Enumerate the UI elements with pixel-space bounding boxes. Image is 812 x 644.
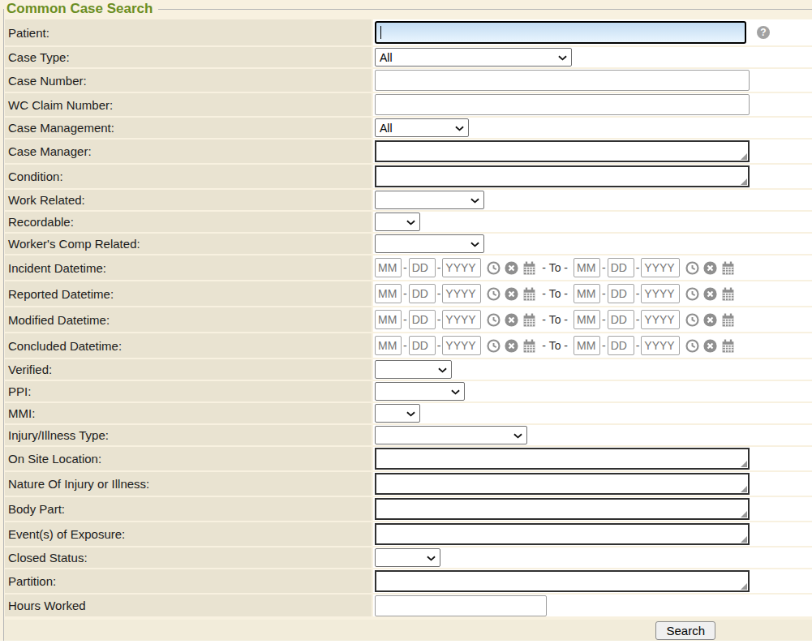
calendar-icon[interactable] — [522, 313, 536, 327]
clock-icon[interactable] — [685, 287, 699, 301]
row-reported-datetime: Reported Datetime: - - - To - - - — [5, 281, 812, 306]
case-type-select[interactable]: All — [375, 48, 572, 67]
common-case-search-panel: Common Case Search Patient: ? Case Type:… — [0, 0, 812, 641]
date-separator: - — [602, 287, 606, 300]
chevron-down-icon — [427, 556, 436, 561]
calendar-icon[interactable] — [522, 261, 536, 275]
calendar-icon[interactable] — [721, 287, 735, 301]
clear-icon[interactable] — [703, 287, 717, 301]
incident-to-month-input[interactable] — [574, 258, 600, 277]
concluded-from-day-input[interactable] — [409, 336, 436, 355]
label-case-type: Case Type: — [5, 47, 372, 67]
modified-from-month-input[interactable] — [375, 310, 402, 329]
concluded-from-year-input[interactable] — [442, 336, 481, 355]
clock-icon[interactable] — [487, 287, 501, 301]
chevron-down-icon — [455, 126, 464, 131]
date-range-to-label: - To - — [542, 313, 568, 326]
concluded-from-month-input[interactable] — [375, 336, 402, 355]
clock-icon[interactable] — [487, 261, 501, 275]
fieldset-legend: Common Case Search — [0, 0, 812, 19]
incident-to-day-input[interactable] — [608, 258, 634, 277]
verified-select[interactable] — [375, 360, 452, 379]
concluded-to-month-input[interactable] — [574, 336, 600, 355]
events-of-exposure-textarea[interactable] — [375, 523, 750, 545]
date-separator: - — [403, 261, 407, 274]
ppi-select[interactable] — [375, 382, 465, 401]
hours-worked-input[interactable] — [375, 595, 547, 616]
row-verified: Verified: — [5, 359, 812, 380]
row-modified-datetime: Modified Datetime: - - - To - - - — [5, 307, 812, 332]
row-wc-claim-number: WC Claim Number: — [5, 93, 812, 116]
injury-illness-type-select[interactable] — [375, 426, 527, 444]
case-manager-textarea[interactable] — [375, 140, 750, 162]
modified-to-month-input[interactable] — [574, 310, 600, 329]
date-separator: - — [636, 287, 640, 300]
search-button[interactable]: Search — [655, 621, 715, 640]
calendar-icon[interactable] — [522, 287, 536, 301]
calendar-icon[interactable] — [522, 339, 536, 353]
modified-to-day-input[interactable] — [608, 310, 634, 329]
row-hours-worked: Hours Worked — [5, 595, 812, 616]
label-case-manager: Case Manager: — [5, 140, 372, 163]
clear-icon[interactable] — [505, 287, 518, 301]
clear-icon[interactable] — [703, 261, 717, 275]
clear-icon[interactable] — [703, 339, 717, 353]
clear-icon[interactable] — [703, 313, 717, 327]
row-closed-status: Closed Status: — [5, 547, 812, 568]
clear-icon[interactable] — [505, 261, 518, 275]
incident-from-year-input[interactable] — [442, 258, 481, 277]
reported-to-day-input[interactable] — [608, 284, 634, 303]
clock-icon[interactable] — [685, 339, 699, 353]
partition-textarea[interactable] — [375, 570, 750, 592]
row-work-related: Work Related: — [5, 190, 812, 210]
date-separator: - — [636, 313, 640, 326]
workers-comp-related-select[interactable] — [375, 234, 484, 253]
row-body-part: Body Part: — [5, 497, 812, 521]
reported-to-month-input[interactable] — [574, 284, 600, 303]
clear-icon[interactable] — [505, 339, 518, 353]
reported-from-day-input[interactable] — [409, 284, 436, 303]
reported-from-year-input[interactable] — [442, 284, 481, 303]
row-nature-of-injury: Nature Of Injury or Illness: — [5, 472, 812, 496]
row-incident-datetime: Incident Datetime: - - - To - - - — [5, 255, 812, 280]
case-number-input[interactable] — [375, 70, 750, 91]
label-events-of-exposure: Event(s) of Exposure: — [5, 522, 372, 546]
chevron-down-icon — [470, 242, 479, 247]
clock-icon[interactable] — [685, 261, 699, 275]
case-management-selected-value: All — [380, 122, 393, 135]
incident-from-day-input[interactable] — [409, 258, 436, 277]
clock-icon[interactable] — [487, 313, 501, 327]
calendar-icon[interactable] — [721, 339, 735, 353]
body-part-textarea[interactable] — [375, 498, 750, 520]
mmi-select[interactable] — [375, 404, 420, 423]
wc-claim-number-input[interactable] — [375, 94, 750, 115]
modified-from-day-input[interactable] — [409, 310, 436, 329]
patient-input[interactable] — [375, 21, 746, 44]
label-mmi: MMI: — [5, 403, 372, 423]
label-partition: Partition: — [5, 569, 372, 593]
row-case-number: Case Number: — [5, 69, 812, 92]
recordable-select[interactable] — [375, 213, 420, 231]
reported-from-month-input[interactable] — [375, 284, 402, 303]
concluded-to-year-input[interactable] — [641, 336, 680, 355]
case-management-select[interactable]: All — [375, 118, 469, 137]
help-icon[interactable]: ? — [757, 26, 770, 39]
clock-icon[interactable] — [487, 339, 501, 353]
nature-of-injury-textarea[interactable] — [375, 473, 750, 495]
clear-icon[interactable] — [505, 313, 518, 327]
concluded-to-day-input[interactable] — [608, 336, 634, 355]
modified-from-year-input[interactable] — [442, 310, 481, 329]
label-workers-comp-related: Worker's Comp Related: — [5, 234, 372, 254]
work-related-select[interactable] — [375, 191, 484, 209]
condition-textarea[interactable] — [375, 165, 750, 187]
calendar-icon[interactable] — [721, 261, 735, 275]
reported-to-year-input[interactable] — [641, 284, 680, 303]
incident-to-year-input[interactable] — [641, 258, 680, 277]
closed-status-select[interactable] — [375, 548, 440, 567]
incident-from-month-input[interactable] — [375, 258, 402, 277]
modified-to-year-input[interactable] — [641, 310, 680, 329]
calendar-icon[interactable] — [721, 313, 735, 327]
clock-icon[interactable] — [685, 313, 699, 327]
date-separator: - — [403, 339, 407, 352]
on-site-location-textarea[interactable] — [375, 448, 750, 470]
